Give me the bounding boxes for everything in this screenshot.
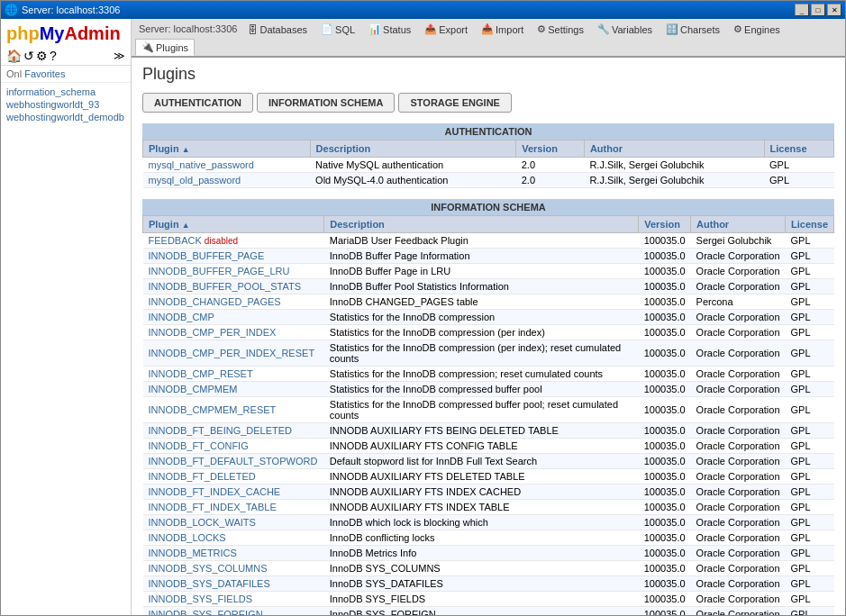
info-col-author[interactable]: Author	[691, 216, 786, 233]
version-cell: 100035.0	[639, 439, 691, 454]
table-row: INNODB_FT_INDEX_CACHE INNODB AUXILIARY F…	[143, 485, 834, 500]
plugin-link[interactable]: INNODB_SYS_FIELDS	[149, 593, 253, 604]
nav-variables[interactable]: 🔧 Variables	[591, 21, 659, 38]
author-cell: Oracle Corporation	[691, 561, 786, 576]
db-item-webhostingworldt-93[interactable]: webhostingworldt_93	[5, 98, 127, 111]
plugin-link[interactable]: FEEDBACK	[149, 235, 202, 246]
databases-icon: 🗄	[248, 24, 258, 35]
info-col-description[interactable]: Description	[324, 216, 639, 233]
refresh-icon[interactable]: ↺	[23, 49, 34, 63]
plugin-link[interactable]: INNODB_FT_CONFIG	[149, 440, 249, 451]
plugin-link[interactable]: mysql_native_password	[149, 159, 254, 170]
license-cell: GPL	[786, 546, 834, 561]
plugin-link[interactable]: INNODB_SYS_DATAFILES	[149, 578, 270, 589]
auth-col-author[interactable]: Author	[584, 140, 764, 158]
nav-import[interactable]: 📥 Import	[475, 21, 530, 38]
nav-settings[interactable]: ⚙ Settings	[531, 21, 590, 38]
license-cell: GPL	[786, 423, 834, 439]
version-cell: 100035.0	[639, 561, 691, 576]
author-cell: Oracle Corporation	[691, 367, 786, 382]
plugin-link[interactable]: INNODB_METRICS	[149, 548, 237, 558]
plugin-link[interactable]: INNODB_SYS_COLUMNS	[149, 563, 268, 574]
description-cell: InnoDB Buffer Page Information	[324, 249, 639, 264]
tab-storage-engine[interactable]: STORAGE ENGINE	[398, 93, 511, 113]
topbar: Server: localhost:3306 🗄 Databases 📄 SQL…	[132, 19, 845, 58]
license-cell: GPL	[786, 561, 834, 576]
auth-col-description[interactable]: Description	[310, 140, 516, 158]
version-cell: 2.0	[516, 158, 585, 173]
status-icon: 📊	[368, 23, 381, 35]
plugin-link[interactable]: INNODB_FT_INDEX_CACHE	[149, 486, 281, 497]
plugin-link[interactable]: INNODB_LOCK_WAITS	[149, 517, 256, 528]
db-item-webhostingworldt-demodb[interactable]: webhostingworldt_demodb	[5, 111, 127, 123]
license-cell: GPL	[786, 367, 834, 382]
auth-table: Plugin ▲ Description Version Author Lice…	[142, 140, 834, 188]
auth-col-license[interactable]: License	[764, 140, 833, 158]
plugin-link[interactable]: INNODB_FT_INDEX_TABLE	[149, 502, 277, 512]
author-cell: Oracle Corporation	[691, 546, 786, 561]
nav-engines[interactable]: ⚙ Engines	[727, 21, 787, 38]
favorites-link[interactable]: Favorites	[24, 68, 65, 79]
table-row: INNODB_CHANGED_PAGES InnoDB CHANGED_PAGE…	[143, 294, 834, 310]
close-button[interactable]: ✕	[827, 4, 841, 16]
settings-icon[interactable]: ⚙	[36, 49, 48, 63]
database-list: information_schema webhostingworldt_93 w…	[1, 83, 131, 615]
description-cell: Statistics for the InnoDB compression (p…	[324, 340, 639, 367]
info-col-plugin[interactable]: Plugin ▲	[143, 216, 324, 233]
version-cell: 100035.0	[639, 294, 691, 310]
plugin-link[interactable]: mysql_old_password	[149, 175, 241, 186]
license-cell: GPL	[786, 310, 834, 325]
tab-information-schema[interactable]: INFORMATION SCHEMA	[257, 93, 396, 113]
table-row: mysql_native_password Native MySQL authe…	[143, 158, 834, 173]
auth-col-version[interactable]: Version	[516, 140, 585, 158]
version-cell: 100035.0	[639, 423, 691, 439]
plugin-link[interactable]: INNODB_CMP_RESET	[149, 368, 253, 379]
description-cell: InnoDB conflicting locks	[324, 530, 639, 546]
nav-status[interactable]: 📊 Status	[362, 21, 417, 38]
plugin-link[interactable]: INNODB_CMP_PER_INDEX	[149, 327, 277, 338]
description-cell: INNODB AUXILIARY FTS CONFIG TABLE	[324, 439, 639, 454]
description-cell: Statistics for the InnoDB compressed buf…	[324, 397, 639, 423]
minimize-button[interactable]: _	[795, 4, 809, 16]
license-cell: GPL	[786, 397, 834, 423]
plugin-link[interactable]: INNODB_FT_DEFAULT_STOPWORD	[149, 456, 318, 467]
description-cell: Statistics for the InnoDB compression; r…	[324, 367, 639, 382]
plugin-link[interactable]: INNODB_FT_BEING_DELETED	[149, 425, 293, 436]
settings-label: Settings	[548, 24, 584, 35]
home-icon[interactable]: 🏠	[6, 49, 22, 63]
plugin-link[interactable]: INNODB_CHANGED_PAGES	[149, 296, 281, 307]
variables-label: Variables	[612, 24, 652, 35]
nav-sql[interactable]: 📄 SQL	[314, 21, 361, 38]
help-icon[interactable]: ?	[50, 49, 57, 63]
nav-charsets[interactable]: 🔠 Charsets	[660, 21, 726, 38]
plugin-link[interactable]: INNODB_LOCKS	[149, 532, 226, 543]
maximize-button[interactable]: □	[811, 4, 825, 16]
info-col-version[interactable]: Version	[639, 216, 691, 233]
expand-icon[interactable]: ≫	[114, 50, 125, 62]
plugin-link[interactable]: INNODB_SYS_FOREIGN	[149, 609, 263, 615]
plugin-link[interactable]: INNODB_FT_DELETED	[149, 471, 256, 482]
db-item-information-schema[interactable]: information_schema	[5, 86, 127, 98]
version-cell: 100035.0	[639, 310, 691, 325]
plugin-link[interactable]: INNODB_BUFFER_POOL_STATS	[149, 281, 302, 292]
plugin-link[interactable]: INNODB_CMPMEM_RESET	[149, 404, 277, 415]
plugin-link[interactable]: INNODB_CMP_PER_INDEX_RESET	[149, 348, 315, 358]
nav-export[interactable]: 📤 Export	[418, 21, 474, 38]
tab-authentication[interactable]: AUTHENTICATION	[142, 93, 253, 113]
nav-plugins[interactable]: 🔌 Plugins	[135, 39, 195, 56]
info-col-license[interactable]: License	[786, 216, 834, 233]
description-cell: INNODB AUXILIARY FTS INDEX TABLE	[324, 500, 639, 515]
description-cell: InnoDB SYS_DATAFILES	[324, 576, 639, 592]
sidebar-nav: Onl Favorites	[1, 66, 131, 83]
version-cell: 100035.0	[639, 249, 691, 264]
description-cell: InnoDB SYS_FIELDS	[324, 592, 639, 607]
license-cell: GPL	[786, 233, 834, 249]
plugin-link[interactable]: INNODB_CMPMEM	[149, 384, 238, 394]
author-cell: Oracle Corporation	[691, 454, 786, 469]
plugin-link[interactable]: INNODB_BUFFER_PAGE_LRU	[149, 266, 290, 276]
plugin-link[interactable]: INNODB_BUFFER_PAGE	[149, 250, 265, 261]
phpmyadmin-logo[interactable]: phpMyAdmin	[1, 19, 131, 47]
plugin-link[interactable]: INNODB_CMP	[149, 312, 214, 322]
nav-databases[interactable]: 🗄 Databases	[241, 22, 314, 38]
auth-col-plugin[interactable]: Plugin ▲	[143, 140, 311, 158]
